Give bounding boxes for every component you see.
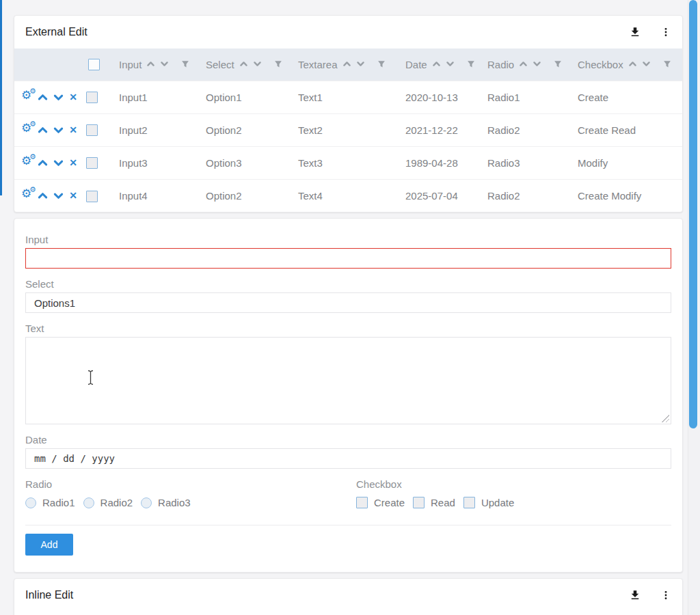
sort-asc-icon[interactable] bbox=[146, 59, 155, 70]
sort-desc-icon[interactable] bbox=[533, 59, 541, 70]
settings-icon[interactable] bbox=[21, 189, 32, 202]
delete-icon[interactable] bbox=[69, 92, 77, 102]
download-icon[interactable] bbox=[629, 26, 641, 38]
move-up-icon[interactable] bbox=[38, 92, 48, 102]
sort-desc-icon[interactable] bbox=[253, 59, 262, 70]
radio-option-label: Radio1 bbox=[42, 497, 75, 508]
sort-desc-icon[interactable] bbox=[642, 59, 651, 70]
radio-option-radio2[interactable]: Radio2 bbox=[83, 497, 133, 508]
sort-asc-icon[interactable] bbox=[239, 59, 248, 70]
sort-desc-icon[interactable] bbox=[356, 59, 365, 70]
radio-option-radio1[interactable]: Radio1 bbox=[25, 497, 75, 508]
move-down-icon[interactable] bbox=[53, 191, 64, 201]
filter-icon[interactable] bbox=[554, 59, 562, 70]
checkbox-icon[interactable] bbox=[356, 497, 368, 508]
text-area[interactable] bbox=[25, 337, 671, 424]
move-down-icon[interactable] bbox=[53, 158, 64, 168]
filter-icon[interactable] bbox=[663, 59, 671, 70]
cell-date: 2025-07-04 bbox=[396, 179, 479, 212]
sort-desc-icon[interactable] bbox=[446, 59, 455, 70]
scrollbar-thumb[interactable] bbox=[689, 0, 697, 428]
radio-icon[interactable] bbox=[83, 497, 94, 508]
date-input[interactable]: mm / dd / yyyy bbox=[25, 448, 671, 469]
sort-asc-icon[interactable] bbox=[519, 59, 528, 70]
radio-icon[interactable] bbox=[141, 497, 152, 508]
row-checkbox[interactable] bbox=[86, 191, 98, 202]
radio-option-label: Radio3 bbox=[158, 497, 191, 508]
text-label: Text bbox=[25, 323, 671, 334]
checkbox-option-update[interactable]: Update bbox=[463, 497, 514, 508]
delete-icon[interactable] bbox=[69, 157, 77, 168]
filter-icon[interactable] bbox=[377, 59, 386, 70]
cell-select: Option3 bbox=[197, 146, 289, 179]
download-icon[interactable] bbox=[629, 589, 641, 601]
checkbox-group-label: Checkbox bbox=[356, 478, 671, 490]
select-label: Select bbox=[25, 278, 671, 290]
cell-date: 2020-10-13 bbox=[396, 81, 479, 113]
cell-checkbox: Create bbox=[569, 81, 682, 113]
table-row: Input1 Option1 Text1 2020-10-13 Radio1 C… bbox=[14, 81, 682, 113]
cell-input: Input3 bbox=[110, 146, 197, 179]
filter-icon[interactable] bbox=[467, 59, 475, 70]
column-label: Textarea bbox=[298, 59, 338, 70]
checkbox-option-read[interactable]: Read bbox=[413, 497, 455, 508]
sort-asc-icon[interactable] bbox=[628, 59, 637, 70]
sort-asc-icon[interactable] bbox=[432, 59, 441, 70]
column-header-radio: Radio bbox=[479, 49, 569, 81]
add-button[interactable]: Add bbox=[25, 534, 73, 556]
card-title: External Edit bbox=[25, 26, 88, 38]
column-label: Checkbox bbox=[578, 59, 623, 70]
checkbox-option-label: Create bbox=[374, 497, 405, 508]
kebab-menu-icon[interactable] bbox=[660, 590, 671, 601]
settings-icon[interactable] bbox=[21, 156, 32, 169]
move-up-icon[interactable] bbox=[38, 191, 48, 201]
scrollbar-track[interactable] bbox=[688, 0, 700, 615]
cell-radio: Radio2 bbox=[479, 179, 569, 212]
select-input[interactable]: Options1 bbox=[25, 292, 671, 313]
delete-icon[interactable] bbox=[69, 124, 77, 135]
card-title: Inline Edit bbox=[25, 589, 73, 601]
move-up-icon[interactable] bbox=[38, 158, 48, 168]
cell-select: Option2 bbox=[197, 113, 289, 146]
row-checkbox[interactable] bbox=[86, 92, 98, 103]
radio-icon[interactable] bbox=[25, 497, 36, 508]
table-header-row: Input Select bbox=[14, 49, 682, 81]
row-checkbox[interactable] bbox=[86, 124, 98, 136]
radio-option-radio3[interactable]: Radio3 bbox=[141, 497, 191, 508]
select-all-checkbox[interactable] bbox=[88, 59, 100, 70]
radio-group-label: Radio bbox=[25, 478, 356, 490]
settings-icon[interactable] bbox=[21, 91, 32, 103]
checkbox-option-label: Update bbox=[481, 497, 514, 508]
column-header-input: Input bbox=[110, 49, 197, 81]
settings-icon[interactable] bbox=[21, 124, 32, 136]
cell-input: Input1 bbox=[110, 81, 197, 113]
move-down-icon[interactable] bbox=[53, 92, 64, 102]
move-up-icon[interactable] bbox=[38, 125, 48, 135]
table-row: Input3 Option3 Text3 1989-04-28 Radio3 M… bbox=[14, 146, 682, 179]
choice-row: Radio Radio1 Radio2 Radio3 bbox=[25, 469, 671, 508]
resize-handle-icon[interactable] bbox=[661, 414, 669, 422]
delete-icon[interactable] bbox=[69, 190, 77, 201]
form-divider bbox=[25, 525, 671, 525]
kebab-menu-icon[interactable] bbox=[660, 27, 671, 38]
column-header-select: Select bbox=[197, 49, 289, 81]
cell-select: Option1 bbox=[197, 81, 289, 113]
column-header-checkbox: Checkbox bbox=[569, 49, 682, 81]
row-actions bbox=[21, 156, 77, 169]
page-content: External Edit Input bbox=[14, 15, 683, 615]
checkbox-icon[interactable] bbox=[463, 497, 475, 508]
move-down-icon[interactable] bbox=[53, 125, 64, 135]
header-actions-cell bbox=[14, 49, 77, 81]
checkbox-option-create[interactable]: Create bbox=[356, 497, 405, 508]
filter-icon[interactable] bbox=[274, 59, 282, 70]
column-label: Select bbox=[206, 59, 234, 70]
row-checkbox[interactable] bbox=[86, 157, 98, 169]
data-table: Input Select bbox=[14, 49, 682, 212]
cell-date: 1989-04-28 bbox=[396, 146, 479, 179]
filter-icon[interactable] bbox=[181, 59, 189, 70]
input-field[interactable] bbox=[25, 248, 671, 269]
checkbox-icon[interactable] bbox=[413, 497, 425, 508]
sort-asc-icon[interactable] bbox=[342, 59, 351, 70]
sort-desc-icon[interactable] bbox=[160, 59, 169, 70]
inline-edit-header: Inline Edit bbox=[14, 579, 682, 612]
